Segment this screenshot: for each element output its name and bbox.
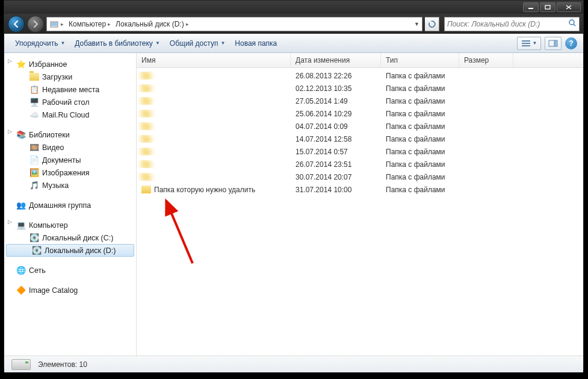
tree-toggle-icon[interactable]: ▷ [8, 219, 12, 225]
file-type-cell: Папка с файлами [381, 186, 459, 194]
toolbar: Упорядочить▼ Добавить в библиотеку▼ Общи… [4, 34, 583, 53]
tree-desktop[interactable]: 🖥️Рабочий стол [4, 96, 136, 108]
file-type-cell: Папка с файлами [381, 84, 459, 93]
folder-icon [141, 84, 151, 92]
drive-icon: 💽 [29, 233, 39, 243]
file-row[interactable]: 04.07.2014 0:09Папка с файлами [137, 120, 583, 133]
forward-button[interactable] [27, 16, 44, 33]
maximize-button[interactable] [540, 2, 556, 12]
star-icon: ⭐ [16, 60, 26, 69]
file-row[interactable]: 15.07.2014 0:57Папка с файлами [137, 145, 583, 158]
file-type-cell: Папка с файлами [381, 110, 459, 118]
address-segment-drive[interactable]: Локальный диск (D:)▸ [113, 17, 191, 31]
tree-network[interactable]: 🌐Сеть [4, 264, 136, 277]
file-date-cell: 26.08.2013 22:26 [291, 72, 381, 80]
file-type-cell: Папка с файлами [381, 135, 459, 143]
back-button[interactable] [8, 16, 25, 33]
image-icon: 🖼️ [29, 168, 39, 178]
close-button[interactable] [557, 2, 581, 12]
refresh-button[interactable] [425, 17, 439, 31]
tree-libraries[interactable]: 📚Библиотеки [4, 128, 136, 141]
folder-icon [141, 110, 151, 117]
file-row[interactable]: 30.07.2014 20:07Папка с файлами [137, 171, 583, 183]
folder-icon [141, 72, 151, 80]
file-row[interactable]: 02.12.2013 10:35Папка с файлами [137, 82, 583, 95]
file-type-cell: Папка с файлами [381, 97, 459, 105]
view-mode-button[interactable]: ▼ [517, 37, 541, 50]
tree-downloads[interactable]: Загрузки [4, 70, 136, 83]
organize-button[interactable]: Упорядочить▼ [10, 37, 70, 50]
column-date[interactable]: Дата изменения [291, 53, 381, 67]
file-type-cell: Папка с файлами [381, 160, 459, 169]
file-row[interactable]: 27.05.2014 1:49Папка с файлами [137, 95, 583, 107]
content-area: ▷⭐Избранное Загрузки 📋Недавние места 🖥️Р… [4, 53, 583, 356]
address-dropdown-icon[interactable]: ▼ [412, 17, 422, 31]
file-type-cell: Папка с файлами [381, 173, 459, 181]
address-segment-computer[interactable]: Компьютер▸ [66, 17, 113, 31]
document-icon: 📄 [29, 155, 39, 165]
search-input[interactable] [447, 20, 568, 28]
folder-icon [141, 122, 151, 130]
tree-images[interactable]: 🖼️Изображения [4, 166, 136, 179]
drive-icon: 💽 [32, 246, 42, 255]
tree-recent-places[interactable]: 📋Недавние места [4, 83, 136, 96]
file-rows: 26.08.2013 22:26Папка с файлами 02.12.20… [137, 68, 583, 197]
tree-favorites[interactable]: ⭐Избранное [4, 58, 136, 70]
tree-videos[interactable]: 🎞️Видео [4, 141, 136, 154]
file-row[interactable]: Папка которую нужно удалить31.07.2014 10… [137, 183, 583, 196]
svg-rect-3 [51, 22, 57, 26]
file-name-cell [137, 110, 291, 117]
file-name-cell [137, 72, 291, 80]
svg-rect-7 [522, 45, 530, 46]
new-folder-button[interactable]: Новая папка [230, 37, 282, 50]
file-row[interactable]: 26.07.2014 23:51Папка с файлами [137, 158, 583, 171]
column-headers: Имя Дата изменения Тип Размер [137, 53, 583, 68]
tree-drive-d[interactable]: 💽Локальный диск (D:) [6, 244, 134, 257]
tree-drive-c[interactable]: 💽Локальный диск (C:) [4, 231, 136, 244]
file-row[interactable]: 25.06.2014 10:29Папка с файлами [137, 107, 583, 120]
file-row[interactable]: 14.07.2014 12:58Папка с файлами [137, 133, 583, 145]
svg-point-4 [569, 20, 574, 25]
tree-music[interactable]: 🎵Музыка [4, 179, 136, 192]
tree-documents[interactable]: 📄Документы [4, 154, 136, 166]
cloud-icon: ☁️ [29, 110, 39, 120]
folder-icon [141, 160, 151, 168]
network-icon: 🌐 [16, 266, 26, 275]
tree-homegroup[interactable]: 👥Домашняя группа [4, 199, 136, 211]
file-name-cell [137, 97, 291, 105]
column-name[interactable]: Имя [137, 53, 291, 67]
file-date-cell: 04.07.2014 0:09 [291, 122, 381, 131]
file-date-cell: 02.12.2013 10:35 [291, 84, 381, 93]
column-type[interactable]: Тип [381, 53, 459, 67]
svg-rect-9 [555, 40, 557, 46]
file-type-cell: Папка с файлами [381, 72, 459, 80]
address-root-icon[interactable]: ▸ [47, 17, 66, 31]
file-date-cell: 26.07.2014 23:51 [291, 160, 381, 169]
preview-pane-button[interactable] [545, 37, 562, 50]
tree-toggle-icon[interactable]: ▷ [8, 58, 12, 64]
tree-image-catalog[interactable]: 🔶Image Catalog [4, 284, 136, 296]
svg-rect-0 [528, 8, 533, 9]
music-icon: 🎵 [29, 181, 39, 190]
navigation-bar: ▸ Компьютер▸ Локальный диск (D:)▸ ▼ [4, 14, 583, 34]
file-name-cell [137, 122, 291, 130]
address-bar[interactable]: ▸ Компьютер▸ Локальный диск (D:)▸ ▼ [46, 17, 422, 31]
minimize-button[interactable] [523, 2, 539, 12]
file-date-cell: 14.07.2014 12:58 [291, 135, 381, 143]
file-name-cell [137, 160, 291, 168]
share-button[interactable]: Общий доступ▼ [165, 37, 231, 50]
add-to-library-button[interactable]: Добавить в библиотеку▼ [70, 37, 164, 50]
search-box[interactable] [444, 17, 580, 31]
file-row[interactable]: 26.08.2013 22:26Папка с файлами [137, 69, 583, 82]
tree-toggle-icon[interactable]: ▷ [8, 128, 12, 134]
svg-rect-6 [522, 43, 530, 44]
file-name: Папка которую нужно удалить [154, 186, 255, 194]
folder-icon [141, 186, 151, 193]
column-size[interactable]: Размер [459, 53, 513, 67]
drive-icon [11, 359, 31, 370]
tree-computer[interactable]: 💻Компьютер [4, 219, 136, 231]
search-icon[interactable] [568, 19, 577, 30]
tree-mailru-cloud[interactable]: ☁️Mail.Ru Cloud [4, 108, 136, 121]
video-icon: 🎞️ [29, 143, 39, 152]
help-button[interactable]: ? [565, 37, 577, 49]
